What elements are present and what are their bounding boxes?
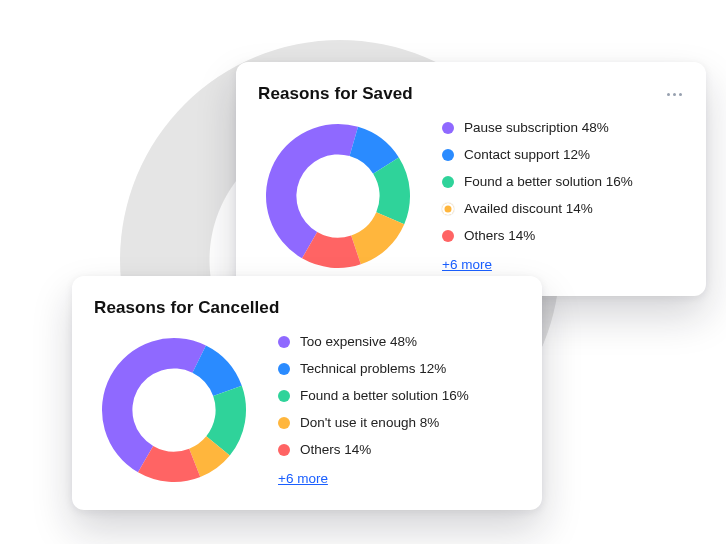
more-link[interactable]: +6 more [442, 257, 633, 272]
card-cancelled: Reasons for Cancelled Too expensive 48%T… [72, 276, 542, 510]
legend-dot [278, 390, 290, 402]
legend-label: Pause subscription 48% [464, 120, 609, 135]
legend-label: Availed discount 14% [464, 201, 593, 216]
legend-row: Don't use it enough 8% [278, 415, 469, 430]
more-icon[interactable] [664, 84, 684, 104]
legend-row: Others 14% [278, 442, 469, 457]
legend-dot [278, 363, 290, 375]
legend-row: Found a better solution 16% [442, 174, 633, 189]
more-link[interactable]: +6 more [278, 471, 469, 486]
legend-row: Others 14% [442, 228, 633, 243]
legend-dot [278, 336, 290, 348]
card-body: Too expensive 48%Technical problems 12%F… [94, 330, 520, 490]
legend-dot [442, 149, 454, 161]
legend-row: Contact support 12% [442, 147, 633, 162]
legend-dot [442, 230, 454, 242]
card-saved: Reasons for Saved Pause subscription 48%… [236, 62, 706, 296]
legend-label: Don't use it enough 8% [300, 415, 439, 430]
legend-dot [278, 444, 290, 456]
legend-label: Too expensive 48% [300, 334, 417, 349]
card-header: Reasons for Saved [258, 84, 684, 104]
legend-label: Others 14% [300, 442, 371, 457]
legend-row: Too expensive 48% [278, 334, 469, 349]
donut-saved [258, 116, 418, 276]
legend-row: Pause subscription 48% [442, 120, 633, 135]
card-body: Pause subscription 48%Contact support 12… [258, 116, 684, 276]
legend-row: Availed discount 14% [442, 201, 633, 216]
legend-label: Contact support 12% [464, 147, 590, 162]
legend-label: Found a better solution 16% [300, 388, 469, 403]
legend-label: Technical problems 12% [300, 361, 446, 376]
legend-row: Technical problems 12% [278, 361, 469, 376]
card-title: Reasons for Saved [258, 84, 413, 104]
card-header: Reasons for Cancelled [94, 298, 520, 318]
legend-dot [442, 176, 454, 188]
card-title: Reasons for Cancelled [94, 298, 279, 318]
donut-cancelled [94, 330, 254, 490]
legend-dot [442, 122, 454, 134]
legend-dot [442, 203, 454, 215]
legend-dot [278, 417, 290, 429]
legend-saved: Pause subscription 48%Contact support 12… [442, 120, 633, 272]
legend-label: Found a better solution 16% [464, 174, 633, 189]
stage: Reasons for Saved Pause subscription 48%… [0, 0, 726, 544]
legend-label: Others 14% [464, 228, 535, 243]
legend-row: Found a better solution 16% [278, 388, 469, 403]
legend-cancelled: Too expensive 48%Technical problems 12%F… [278, 334, 469, 486]
